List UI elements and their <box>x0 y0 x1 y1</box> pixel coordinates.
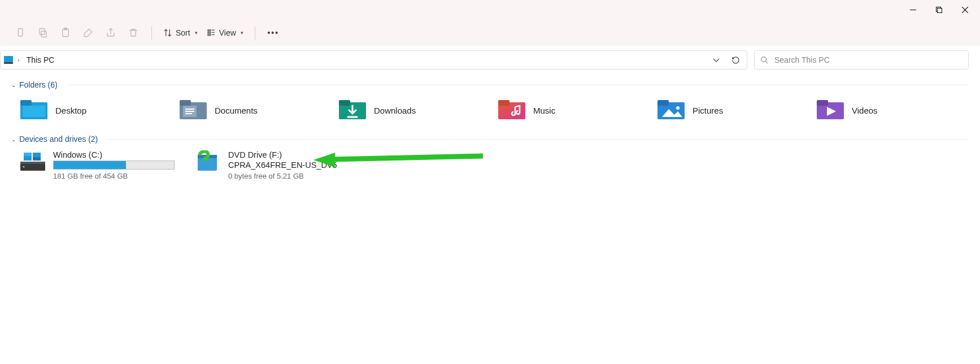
folders-grid: Desktop Documents Downloads Music Pictur… <box>0 92 980 132</box>
folder-label: Pictures <box>692 106 723 115</box>
drive-f-dvd[interactable]: DVD Drive (F:) CPRA_X64FRE_EN-US_DV5 0 b… <box>192 148 361 183</box>
chevron-down-icon: ▾ <box>195 30 198 36</box>
drive-free-text: 181 GB free of 454 GB <box>53 172 184 180</box>
divider <box>67 85 969 85</box>
maximize-button[interactable] <box>926 0 952 19</box>
close-button[interactable] <box>952 0 978 19</box>
svg-rect-1 <box>937 8 942 12</box>
folder-music[interactable]: Music <box>495 94 654 127</box>
folder-label: Desktop <box>55 106 86 115</box>
minimize-button[interactable] <box>900 0 926 19</box>
rename-button[interactable] <box>78 23 98 43</box>
svg-rect-16 <box>20 100 32 106</box>
more-button[interactable]: ••• <box>263 23 284 43</box>
breadcrumb-this-pc[interactable]: This PC <box>24 54 57 66</box>
cut-button[interactable] <box>10 23 31 43</box>
titlebar <box>0 0 980 19</box>
folder-pictures[interactable]: Pictures <box>654 94 813 127</box>
svg-rect-9 <box>208 34 211 35</box>
folder-downloads[interactable]: Downloads <box>336 94 495 127</box>
search-box[interactable] <box>754 50 969 70</box>
svg-rect-7 <box>208 29 211 31</box>
music-icon <box>498 99 525 122</box>
search-input[interactable] <box>774 55 962 64</box>
svg-point-31 <box>676 106 680 110</box>
chevron-right-icon: › <box>16 57 21 63</box>
svg-rect-19 <box>180 100 191 106</box>
svg-rect-40 <box>24 153 32 156</box>
divider <box>107 139 969 140</box>
chevron-down-icon: ⌄ <box>11 136 16 142</box>
delete-button[interactable] <box>123 23 143 43</box>
folders-group-header[interactable]: ⌄ Folders (6) <box>0 78 980 92</box>
desktop-icon <box>20 99 47 122</box>
view-icon <box>207 28 216 37</box>
view-label: View <box>219 28 236 37</box>
svg-rect-3 <box>41 31 46 37</box>
separator <box>151 26 152 40</box>
svg-rect-41 <box>33 157 41 161</box>
documents-icon <box>180 99 207 122</box>
svg-rect-8 <box>208 32 211 33</box>
drives-group-header[interactable]: ⌄ Devices and drives (2) <box>0 132 980 146</box>
drive-name-line1: DVD Drive (F:) <box>228 150 359 159</box>
downloads-icon <box>339 99 366 122</box>
copy-button[interactable] <box>33 23 53 43</box>
svg-rect-29 <box>657 100 669 106</box>
separator <box>255 26 255 40</box>
chevron-down-icon: ⌄ <box>11 82 16 88</box>
svg-rect-17 <box>23 106 45 117</box>
drive-info: DVD Drive (F:) CPRA_X64FRE_EN-US_DV5 0 b… <box>228 150 359 180</box>
this-pc-icon <box>4 56 13 64</box>
svg-line-14 <box>765 61 768 63</box>
drive-capacity-bar <box>53 161 175 170</box>
sort-label: Sort <box>176 28 190 37</box>
disk-icon <box>19 150 46 173</box>
svg-point-13 <box>761 57 766 62</box>
share-button[interactable] <box>101 23 121 43</box>
address-bar[interactable]: › This PC <box>0 50 747 70</box>
pictures-icon <box>657 99 685 122</box>
drive-free-text: 0 bytes free of 5.21 GB <box>228 172 359 180</box>
sort-icon <box>163 28 172 37</box>
folder-label: Music <box>533 106 555 115</box>
svg-rect-2 <box>18 28 23 36</box>
navigation-row: › This PC <box>0 46 980 73</box>
sort-button[interactable]: Sort ▾ <box>160 23 201 43</box>
folders-group-title: Folders (6) <box>19 80 58 89</box>
svg-point-37 <box>23 166 25 168</box>
view-button[interactable]: View ▾ <box>203 23 247 43</box>
svg-rect-25 <box>339 100 350 106</box>
folder-documents[interactable]: Documents <box>176 94 336 127</box>
drive-name: Windows (C:) <box>53 150 184 159</box>
drives-group-title: Devices and drives (2) <box>19 135 98 144</box>
drive-c[interactable]: Windows (C:) 181 GB free of 454 GB <box>17 148 186 183</box>
folder-label: Downloads <box>374 106 416 115</box>
chevron-down-icon: ▾ <box>241 30 243 36</box>
drives-grid: Windows (C:) 181 GB free of 454 GB DVD D… <box>0 146 980 188</box>
address-history-button[interactable] <box>708 52 724 68</box>
svg-rect-33 <box>817 100 828 106</box>
command-toolbar: Sort ▾ View ▾ ••• <box>0 19 980 46</box>
content-area: ⌄ Folders (6) Desktop Documents Download… <box>0 73 980 188</box>
svg-rect-27 <box>498 100 509 106</box>
svg-rect-36 <box>20 162 45 164</box>
refresh-button[interactable] <box>728 52 743 68</box>
drive-name-line2: CPRA_X64FRE_EN-US_DV5 <box>228 161 359 170</box>
drive-info: Windows (C:) 181 GB free of 454 GB <box>53 150 184 180</box>
videos-icon <box>817 99 844 122</box>
folder-label: Documents <box>215 106 258 115</box>
dvd-icon <box>194 150 221 173</box>
folder-videos[interactable]: Videos <box>813 94 973 127</box>
svg-rect-4 <box>40 28 45 34</box>
folder-desktop[interactable]: Desktop <box>17 94 176 127</box>
folder-label: Videos <box>852 106 878 115</box>
search-icon <box>760 56 769 64</box>
paste-button[interactable] <box>55 23 76 43</box>
